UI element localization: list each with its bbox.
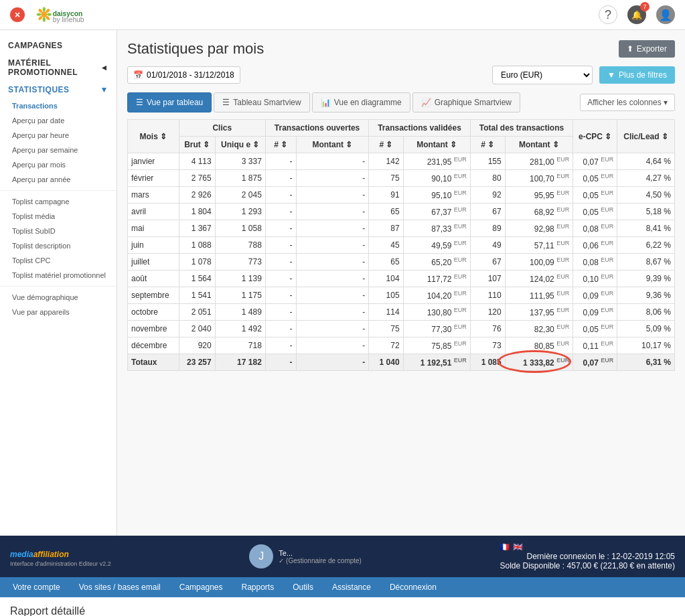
th-clics: Clics xyxy=(179,120,265,137)
cell-mois: février xyxy=(128,170,179,187)
cell-brut: 2 040 xyxy=(179,321,215,337)
currency-select[interactable]: Euro (EUR) xyxy=(492,66,593,84)
notifications-icon[interactable]: 🔔 7 xyxy=(627,5,646,24)
sidebar-divider-2 xyxy=(0,286,117,287)
table-row: janvier 4 113 3 337 - - 142 231,95 EUR 1… xyxy=(128,153,675,170)
cell-brut: 920 xyxy=(179,337,215,354)
cell-val-hash: 75 xyxy=(369,170,403,187)
cell-cliclead: 9,36 % xyxy=(617,287,675,304)
cell-val-montant: 65,20 EUR xyxy=(403,254,470,271)
table-row: février 2 765 1 875 - - 75 90,10 EUR 80 … xyxy=(128,170,675,187)
filter-button[interactable]: ▼ Plus de filtres xyxy=(599,66,675,84)
cell-tot-montant: 281,00 EUR xyxy=(505,153,573,170)
cell-ecpc: 0,08 EUR xyxy=(573,220,617,237)
th-open-montant[interactable]: Montant ⇕ xyxy=(296,137,369,153)
rapport-title: Rapport détaillé xyxy=(10,605,675,616)
th-ecpc[interactable]: e-CPC ⇕ xyxy=(573,120,617,153)
solde-disponible: Solde Disponible : 457,00 € (221,80 € en… xyxy=(500,561,675,570)
tab-graphique-smartview[interactable]: 📈 Graphique Smartview xyxy=(412,92,520,112)
nav-campagnes[interactable]: Campagnes xyxy=(170,577,232,597)
nav-assistance[interactable]: Assistance xyxy=(323,577,380,597)
sidebar-item-apercu-semaine[interactable]: Aperçu par semaine xyxy=(0,143,117,157)
cell-open-hash: - xyxy=(265,170,296,187)
main-layout: CAMPAGNES MATÉRIEL PROMOTIONNEL ◄ STATIS… xyxy=(0,30,685,536)
cell-val-hash: 104 xyxy=(369,271,403,287)
cell-unique: 2 045 xyxy=(215,187,265,204)
rapport-section: Rapport détaillé Vous pouvez trier le ta… xyxy=(0,597,685,616)
sidebar-item-toplist-description[interactable]: Toplist description xyxy=(0,238,117,253)
svg-point-7 xyxy=(37,13,42,15)
sidebar-item-vue-demo[interactable]: Vue démographique xyxy=(0,290,117,305)
cell-val-hash: 75 xyxy=(369,321,403,337)
table-icon: ☰ xyxy=(136,98,143,107)
nav-rapports[interactable]: Rapports xyxy=(232,577,284,597)
cell-val-montant: 90,10 EUR xyxy=(403,170,470,187)
media-user: J Te... ✓ (Gestionnaire de compte) xyxy=(249,544,362,568)
cell-brut: 1 367 xyxy=(179,220,215,237)
sidebar-item-apercu-mois[interactable]: Aperçu par mois xyxy=(0,157,117,172)
th-tot-hash[interactable]: # ⇕ xyxy=(470,137,505,153)
tab-tableau-smartview[interactable]: ☰ Tableau Smartview xyxy=(214,92,309,112)
sidebar-section-campagnes[interactable]: CAMPAGNES xyxy=(0,37,117,54)
cell-tot-hash: 155 xyxy=(470,153,505,170)
cell-totaux-label: Totaux xyxy=(128,354,179,371)
sidebar-item-transactions[interactable]: Transactions xyxy=(0,98,117,113)
table-row: avril 1 804 1 293 - - 65 67,37 EUR 67 68… xyxy=(128,204,675,220)
th-val-montant[interactable]: Montant ⇕ xyxy=(403,137,470,153)
columns-button[interactable]: Afficher les colonnes ▾ xyxy=(580,94,675,111)
sidebar-item-toplist-cpc[interactable]: Toplist CPC xyxy=(0,253,117,268)
cell-val-hash: 65 xyxy=(369,204,403,220)
th-unique[interactable]: Uniqu e ⇕ xyxy=(215,137,265,153)
table-row: mai 1 367 1 058 - - 87 87,33 EUR 89 92,9… xyxy=(128,220,675,237)
cell-tot-montant: 82,30 EUR xyxy=(505,321,573,337)
table-row: octobre 2 051 1 489 - - 114 130,80 EUR 1… xyxy=(128,304,675,321)
sidebar-item-toplist-media[interactable]: Toplist média xyxy=(0,209,117,224)
sidebar-item-toplist-subid[interactable]: Toplist SubID xyxy=(0,224,117,238)
cell-open-montant: - xyxy=(296,237,369,254)
cell-unique: 1 175 xyxy=(215,287,265,304)
help-icon[interactable]: ? xyxy=(599,5,617,24)
cell-mois: septembre xyxy=(128,287,179,304)
page-header: Statistiques par mois ⬆ Exporter xyxy=(127,40,675,58)
cell-totaux-brut: 23 257 xyxy=(179,354,215,371)
cell-tot-montant: 92,98 EUR xyxy=(505,220,573,237)
sidebar-item-toplist-materiel[interactable]: Toplist matériel promotionnel xyxy=(0,268,117,283)
cell-mois: juin xyxy=(128,237,179,254)
sidebar-item-apercu-annee[interactable]: Aperçu par année xyxy=(0,172,117,187)
daisycon-logo: daisycon by linehub xyxy=(31,5,112,25)
nav-outils[interactable]: Outils xyxy=(283,577,323,597)
sidebar-item-apercu-date[interactable]: Aperçu par date xyxy=(0,113,117,128)
content-area: Statistiques par mois ⬆ Exporter 📅 01/01… xyxy=(117,30,685,536)
sidebar-item-apercu-heure[interactable]: Aperçu par heure xyxy=(0,128,117,143)
sidebar-item-toplist-campagne[interactable]: Toplist campagne xyxy=(0,194,117,209)
cell-unique: 1 139 xyxy=(215,271,265,287)
cell-ecpc: 0,11 EUR xyxy=(573,337,617,354)
cell-ecpc: 0,05 EUR xyxy=(573,187,617,204)
cell-open-montant: - xyxy=(296,321,369,337)
cell-cliclead: 10,17 % xyxy=(617,337,675,354)
th-open-hash[interactable]: # ⇕ xyxy=(265,137,296,153)
cell-val-hash: 91 xyxy=(369,187,403,204)
th-mois[interactable]: Mois ⇕ xyxy=(128,120,179,153)
sidebar-item-vue-appareils[interactable]: Vue par appareils xyxy=(0,305,117,319)
nav-deconnexion[interactable]: Déconnexion xyxy=(380,577,446,597)
th-cliclead[interactable]: Clic/Lead ⇕ xyxy=(617,120,675,153)
cell-tot-hash: 76 xyxy=(470,321,505,337)
nav-vos-sites[interactable]: Vos sites / bases email xyxy=(70,577,170,597)
sidebar-section-materiel[interactable]: MATÉRIEL PROMOTIONNEL ◄ xyxy=(0,54,117,81)
date-range-input[interactable]: 📅 01/01/2018 - 31/12/2018 xyxy=(127,66,240,84)
th-brut[interactable]: Brut ⇕ xyxy=(179,137,215,153)
table-row: septembre 1 541 1 175 - - 105 104,20 EUR… xyxy=(128,287,675,304)
export-button[interactable]: ⬆ Exporter xyxy=(619,40,675,58)
cell-val-montant: 77,30 EUR xyxy=(403,321,470,337)
tab-vue-diagramme[interactable]: 📊 Vue en diagramme xyxy=(312,92,410,112)
media-user-info: Te... ✓ (Gestionnaire de compte) xyxy=(279,549,362,564)
th-val-hash[interactable]: # ⇕ xyxy=(369,137,403,153)
th-tot-montant[interactable]: Montant ⇕ xyxy=(505,137,573,153)
cell-brut: 1 564 xyxy=(179,271,215,287)
sidebar-section-statistiques[interactable]: STATISTIQUES ▼ xyxy=(0,81,117,98)
tab-vue-tableau[interactable]: ☰ Vue par tableau xyxy=(127,92,212,112)
close-button[interactable]: × xyxy=(10,7,25,22)
user-icon[interactable]: 👤 xyxy=(656,5,675,24)
nav-votre-compte[interactable]: Votre compte xyxy=(3,577,70,597)
